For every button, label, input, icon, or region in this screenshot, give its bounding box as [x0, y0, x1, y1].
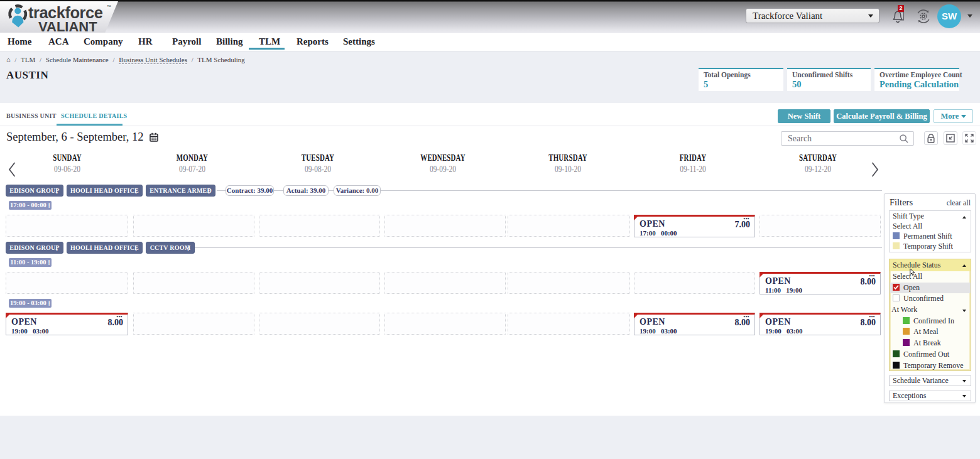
svg-text:VALIANT: VALIANT: [38, 19, 97, 34]
svg-text:™: ™: [107, 4, 111, 9]
